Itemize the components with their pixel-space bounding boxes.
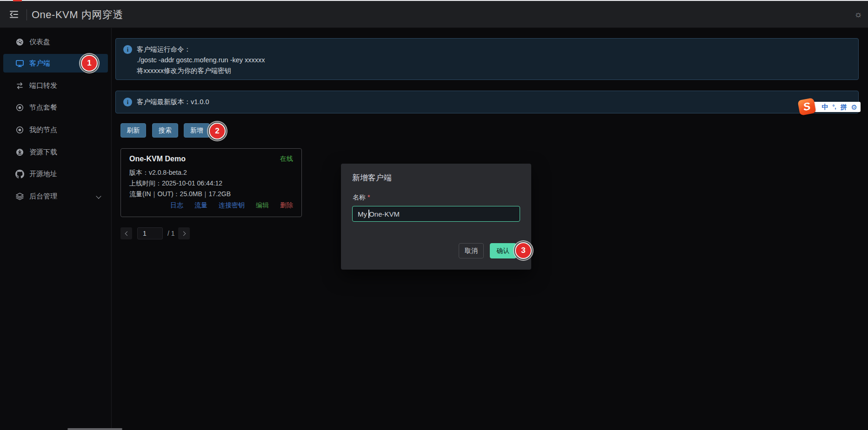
ime-punctuation-button[interactable]: °, [832,104,836,110]
github-icon [15,170,24,179]
sidebar-item-label: 端口转发 [29,81,57,90]
version-value: v2.0.8-beta.2 [149,169,187,176]
delete-link[interactable]: 删除 [280,201,293,210]
sidebar-item-my-nodes[interactable]: 我的节点 [3,120,108,139]
search-button[interactable]: 搜索 [152,123,178,138]
chevron-right-icon [181,231,186,236]
top-edge-red-marker [13,0,22,1]
online-time-label: 上线时间： [129,179,162,187]
info-icon: i [123,45,132,54]
chevron-left-icon [125,231,129,236]
client-online-time-row: 上线时间：2025-10-01 06:44:12 [129,178,293,189]
client-version-row: 版本：v2.0.8-beta.2 [129,167,293,178]
info-icon: i [123,98,132,106]
sidebar-item-source-repo[interactable]: 开源地址 [3,165,108,183]
dialog-title: 新增客户端 [352,172,392,183]
client-version-alert-text: 客户端最新版本：v1.0.0 [137,97,209,107]
sidebar-item-label: 仪表盘 [29,38,50,46]
alert-line: ./gostc -addr gostc.mofeng.run -key xxxx… [137,55,265,66]
ime-chinese-mode-button[interactable]: 中 [821,104,828,110]
header-divider [27,9,27,20]
cancel-button[interactable]: 取消 [459,243,484,258]
required-asterisk: * [367,193,370,201]
edit-link[interactable]: 编辑 [256,201,269,210]
client-command-alert: i 客户端运行命令： ./gostc -addr gostc.mofeng.ru… [115,38,859,80]
ime-sogou-logo[interactable]: S [797,98,816,116]
monitor-icon [15,59,24,68]
sidebar-item-label: 后台管理 [29,192,57,201]
download-circle-icon [15,148,24,157]
record-circle-icon [15,103,24,112]
traffic-link[interactable]: 流量 [194,201,207,210]
sidebar-item-port-forwarding[interactable]: 端口转发 [3,76,108,95]
top-edge-line [0,0,868,1]
sidebar: 仪表盘 客户端 端口转发 节点套餐 我的节点 [0,28,111,430]
sidebar-item-admin[interactable]: 后台管理 [3,187,108,205]
name-input-wrap [352,206,520,222]
name-label-text: 名称 [353,193,366,201]
annotation-step-3: 3 [515,242,532,259]
one-kvm-app: One-KVM 内网穿透 仪表盘 客户端 端口转发 节点 [0,0,868,430]
confirm-button[interactable]: 确认 [490,243,516,258]
sidebar-item-label: 我的节点 [29,126,57,134]
page-total-label: / 1 [167,230,175,237]
alert-line: 客户端运行命令： [137,44,265,55]
online-time-value: 2025-10-01 06:44:12 [162,179,222,187]
sidebar-item-node-plans[interactable]: 节点套餐 [3,98,108,117]
refresh-button[interactable]: 刷新 [120,123,146,138]
horizontal-scrollbar-thumb[interactable] [67,428,122,430]
sidebar-main-divider [111,28,112,430]
client-name-input[interactable] [352,206,520,222]
annotation-step-2: 2 [209,123,226,139]
client-traffic-row: 流量(IN｜OUT)：25.0MB｜17.2GB [129,189,293,199]
app-title: One-KVM 内网穿透 [32,8,123,22]
app-header: One-KVM 内网穿透 [0,1,868,28]
gauge-icon [15,38,24,46]
version-label: 版本： [129,169,149,176]
connection-key-link[interactable]: 连接密钥 [219,201,245,210]
client-name: One-KVM Demo [129,155,186,163]
client-command-alert-text: 客户端运行命令： ./gostc -addr gostc.mofeng.run … [137,44,265,74]
ime-toolbar: 中 °, 拼 [812,102,861,112]
chevron-down-icon [96,193,101,198]
logs-link[interactable]: 日志 [170,201,183,210]
client-version-alert: i 客户端最新版本：v1.0.0 [115,91,859,113]
page-number-input[interactable] [137,227,163,239]
sidebar-item-downloads[interactable]: 资源下载 [3,143,108,161]
next-page-button[interactable] [178,227,190,239]
swap-arrows-icon [15,81,24,90]
annotation-step-1: 1 [81,55,98,72]
theme-sun-icon[interactable] [850,7,866,22]
prev-page-button[interactable] [120,227,132,239]
sidebar-item-label: 节点套餐 [29,103,57,112]
traffic-value: 25.0MB｜17.2GB [180,190,231,198]
sidebar-item-label: 资源下载 [29,148,57,157]
sidebar-item-label: 客户端 [29,59,50,68]
traffic-label: 流量(IN｜OUT)： [129,190,180,198]
gear-icon[interactable] [851,104,857,111]
ime-pinyin-button[interactable]: 拼 [841,104,847,110]
alert-line: 将xxxxxx修改为你的客户端密钥 [137,66,265,76]
text-cursor [368,210,369,218]
layers-icon [15,192,24,201]
sidebar-item-label: 开源地址 [29,170,57,179]
add-client-button[interactable]: 新增 [184,123,210,138]
client-card: One-KVM Demo 在线 版本：v2.0.8-beta.2 上线时间：20… [120,148,302,217]
name-field-label: 名称* [353,193,370,202]
online-status-badge: 在线 [280,155,293,163]
record-circle-icon [15,126,24,134]
sidebar-item-dashboard[interactable]: 仪表盘 [3,33,108,51]
sidebar-fold-icon[interactable] [7,7,21,22]
add-client-dialog: 新增客户端 名称* 取消 确认 [341,164,531,270]
